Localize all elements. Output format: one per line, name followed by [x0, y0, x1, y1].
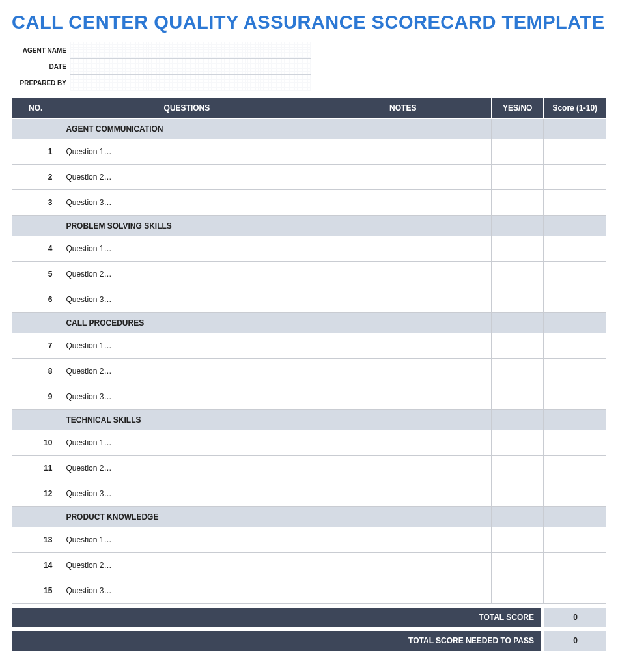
yesno-cell[interactable]	[492, 359, 544, 384]
score-cell[interactable]	[544, 384, 606, 410]
notes-cell[interactable]	[315, 262, 491, 287]
scorecard-table: NO. QUESTIONS NOTES YES/NO Score (1-10) …	[12, 98, 606, 604]
table-row: 4Question 1…	[12, 236, 606, 262]
notes-cell[interactable]	[315, 578, 491, 604]
row-number: 3	[12, 190, 59, 216]
score-cell[interactable]	[544, 578, 606, 604]
yesno-cell[interactable]	[492, 578, 544, 604]
question-cell[interactable]: Question 3…	[59, 190, 315, 216]
yesno-cell[interactable]	[492, 384, 544, 410]
question-cell[interactable]: Question 3…	[59, 578, 315, 604]
section-score-cell	[544, 313, 606, 333]
notes-cell[interactable]	[315, 333, 491, 359]
section-no-cell	[12, 313, 59, 333]
score-cell[interactable]	[544, 527, 606, 553]
score-cell[interactable]	[544, 481, 606, 507]
yesno-cell[interactable]	[492, 481, 544, 507]
section-header-row: PROBLEM SOLVING SKILLS	[12, 216, 606, 236]
table-row: 15Question 3…	[12, 578, 606, 604]
yesno-cell[interactable]	[492, 139, 544, 165]
notes-cell[interactable]	[315, 430, 491, 456]
col-header-no: NO.	[12, 98, 59, 119]
section-yesno-cell	[492, 313, 544, 333]
question-cell[interactable]: Question 3…	[59, 287, 315, 313]
yesno-cell[interactable]	[492, 430, 544, 456]
section-no-cell	[12, 119, 59, 139]
score-cell[interactable]	[544, 139, 606, 165]
score-cell[interactable]	[544, 359, 606, 384]
table-row: 13Question 1…	[12, 527, 606, 553]
score-cell[interactable]	[544, 236, 606, 262]
total-score-value: 0	[544, 608, 606, 627]
pass-score-value: 0	[544, 631, 606, 651]
table-row: 11Question 2…	[12, 456, 606, 481]
score-cell[interactable]	[544, 430, 606, 456]
date-input[interactable]	[70, 59, 311, 75]
notes-cell[interactable]	[315, 359, 491, 384]
notes-cell[interactable]	[315, 139, 491, 165]
table-row: 8Question 2…	[12, 359, 606, 384]
score-cell[interactable]	[544, 190, 606, 216]
section-score-cell	[544, 216, 606, 236]
question-cell[interactable]: Question 2…	[59, 456, 315, 481]
section-no-cell	[12, 216, 59, 236]
question-cell[interactable]: Question 2…	[59, 359, 315, 384]
question-cell[interactable]: Question 1…	[59, 333, 315, 359]
col-header-notes: NOTES	[315, 98, 491, 119]
table-header-row: NO. QUESTIONS NOTES YES/NO Score (1-10)	[12, 98, 606, 119]
table-row: 3Question 3…	[12, 190, 606, 216]
section-title-cell: TECHNICAL SKILLS	[59, 410, 315, 430]
question-cell[interactable]: Question 1…	[59, 236, 315, 262]
yesno-cell[interactable]	[492, 190, 544, 216]
yesno-cell[interactable]	[492, 527, 544, 553]
pass-score-row: TOTAL SCORE NEEDED TO PASS 0	[12, 631, 606, 651]
notes-cell[interactable]	[315, 165, 491, 190]
notes-cell[interactable]	[315, 190, 491, 216]
yesno-cell[interactable]	[492, 553, 544, 578]
notes-cell[interactable]	[315, 553, 491, 578]
row-number: 6	[12, 287, 59, 313]
notes-cell[interactable]	[315, 527, 491, 553]
question-cell[interactable]: Question 2…	[59, 262, 315, 287]
score-cell[interactable]	[544, 262, 606, 287]
row-number: 10	[12, 430, 59, 456]
yesno-cell[interactable]	[492, 262, 544, 287]
agent-name-label: AGENT NAME	[12, 44, 70, 57]
row-number: 7	[12, 333, 59, 359]
question-cell[interactable]: Question 2…	[59, 553, 315, 578]
table-row: 9Question 3…	[12, 384, 606, 410]
total-score-row: TOTAL SCORE 0	[12, 608, 606, 627]
notes-cell[interactable]	[315, 481, 491, 507]
yesno-cell[interactable]	[492, 287, 544, 313]
notes-cell[interactable]	[315, 384, 491, 410]
col-header-yesno: YES/NO	[492, 98, 544, 119]
notes-cell[interactable]	[315, 456, 491, 481]
yesno-cell[interactable]	[492, 236, 544, 262]
col-header-questions: QUESTIONS	[59, 98, 315, 119]
question-cell[interactable]: Question 1…	[59, 430, 315, 456]
yesno-cell[interactable]	[492, 333, 544, 359]
score-cell[interactable]	[544, 553, 606, 578]
section-title-cell: AGENT COMMUNICATION	[59, 119, 315, 139]
question-cell[interactable]: Question 3…	[59, 481, 315, 507]
score-cell[interactable]	[544, 165, 606, 190]
yesno-cell[interactable]	[492, 165, 544, 190]
notes-cell[interactable]	[315, 287, 491, 313]
table-row: 5Question 2…	[12, 262, 606, 287]
section-no-cell	[12, 410, 59, 430]
meta-block: AGENT NAME DATE PREPARED BY	[12, 42, 606, 91]
score-cell[interactable]	[544, 456, 606, 481]
row-number: 4	[12, 236, 59, 262]
agent-name-input[interactable]	[70, 42, 311, 59]
question-cell[interactable]: Question 1…	[59, 527, 315, 553]
question-cell[interactable]: Question 3…	[59, 384, 315, 410]
score-cell[interactable]	[544, 287, 606, 313]
notes-cell[interactable]	[315, 236, 491, 262]
yesno-cell[interactable]	[492, 456, 544, 481]
question-cell[interactable]: Question 1…	[59, 139, 315, 165]
row-number: 9	[12, 384, 59, 410]
score-cell[interactable]	[544, 333, 606, 359]
prepared-by-input[interactable]	[70, 75, 311, 91]
question-cell[interactable]: Question 2…	[59, 165, 315, 190]
table-row: 6Question 3…	[12, 287, 606, 313]
